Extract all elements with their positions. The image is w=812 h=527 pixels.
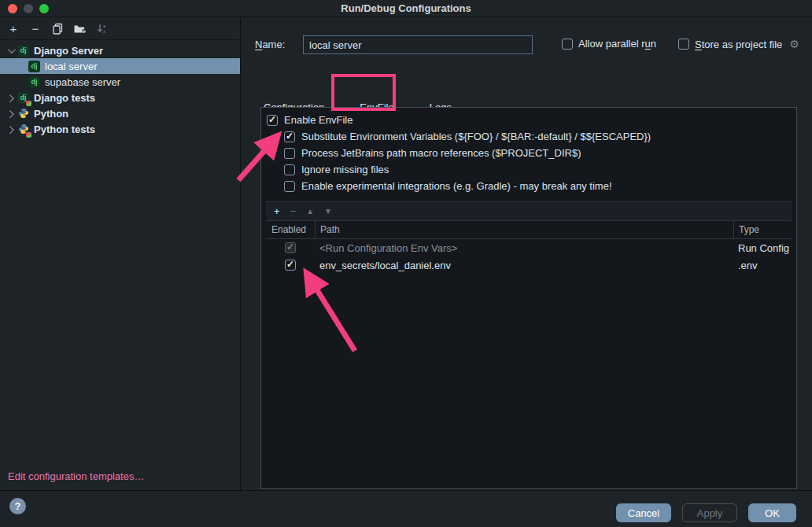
sidebar-toolbar: + − az (0, 18, 240, 40)
env-files-table-toolbar: + − ▲ ▼ (266, 202, 792, 221)
store-as-project-file-label: Store as project file (695, 39, 782, 50)
svg-text:a: a (103, 24, 106, 28)
tree-item-python[interactable]: Python (0, 105, 240, 121)
dialog-footer: ? Cancel Apply OK (0, 490, 812, 527)
env-files-table: + − ▲ ▼ Enabled Path Type <Run Configura… (266, 201, 792, 484)
ignore-missing-files-checkbox[interactable] (284, 164, 295, 175)
gear-icon[interactable]: ⚙ (789, 38, 799, 50)
python-icon (17, 108, 29, 120)
titlebar: Run/Debug Configurations (0, 0, 812, 17)
enable-envfile-option: Enable EnvFile (267, 112, 796, 128)
sort-configurations-icon[interactable]: az (94, 22, 109, 36)
tree-item-label: Python (34, 108, 68, 120)
substitute-env-vars-checkbox[interactable] (284, 131, 295, 142)
chevron-down-icon[interactable] (3, 48, 17, 53)
enable-envfile-checkbox[interactable] (267, 115, 278, 126)
configurations-sidebar: + − az dj Django Server dj local server (0, 18, 241, 490)
process-path-macro-option: Process JetBrains path macro references … (284, 145, 796, 161)
remove-env-file-icon[interactable]: − (290, 205, 297, 217)
run-debug-configurations-dialog: Run/Debug Configurations + − az dj Djang… (0, 0, 812, 527)
django-icon: dj (28, 61, 40, 72)
tree-item-label: supabase server (45, 76, 120, 88)
tree-item-label: Django Server (34, 45, 103, 57)
move-down-icon[interactable]: ▼ (324, 207, 332, 216)
row-enabled-checkbox (285, 242, 296, 253)
row-path: <Run Configuration Env Vars> (315, 239, 733, 256)
tree-item-django-tests[interactable]: dj Django tests (0, 90, 240, 105)
tree-item-label: local server (45, 61, 97, 72)
python-tests-icon (17, 123, 29, 135)
column-header-enabled: Enabled (266, 224, 315, 235)
store-as-project-file-checkbox[interactable] (678, 39, 689, 50)
configurations-tree: dj Django Server dj local server dj supa… (0, 40, 240, 137)
allow-parallel-run-option: Allow parallel run (562, 38, 656, 50)
add-env-file-icon[interactable]: + (274, 205, 280, 217)
process-path-macro-checkbox[interactable] (284, 148, 295, 159)
edit-configuration-templates-link[interactable]: Edit configuration templates… (8, 470, 144, 482)
dialog-title: Run/Debug Configurations (0, 2, 812, 14)
main-panel: Name: Allow parallel run Store as projec… (242, 18, 812, 490)
name-label: Name: (255, 39, 285, 50)
move-up-icon[interactable]: ▲ (306, 207, 314, 216)
tree-item-local-server[interactable]: dj local server (0, 58, 240, 74)
chevron-right-icon[interactable] (3, 95, 17, 101)
tree-item-supabase-server[interactable]: dj supabase server (0, 74, 240, 90)
copy-configuration-icon[interactable] (50, 22, 65, 36)
ignore-missing-files-option: Ignore missing files (284, 161, 796, 178)
row-type: Run Config (733, 239, 792, 256)
remove-configuration-icon[interactable]: − (28, 22, 42, 36)
allow-parallel-run-checkbox[interactable] (562, 39, 573, 50)
column-header-path[interactable]: Path (315, 221, 733, 238)
add-configuration-icon[interactable]: + (6, 22, 20, 36)
name-input[interactable] (303, 35, 533, 54)
tree-item-label: Django tests (34, 92, 95, 104)
experimental-integrations-option: Enable experimental integrations (e.g. G… (284, 178, 796, 194)
svg-text:z: z (103, 29, 105, 34)
substitute-env-vars-option: Substitute Environment Variables (${FOO}… (284, 128, 796, 145)
table-row-env-secrets[interactable]: env_secrets/local_daniel.env .env (266, 256, 792, 274)
tree-item-django-server[interactable]: dj Django Server (0, 42, 240, 58)
cancel-button[interactable]: Cancel (616, 503, 671, 522)
row-type: .env (733, 256, 792, 274)
apply-button[interactable]: Apply (682, 503, 737, 522)
table-row-run-config-env-vars[interactable]: <Run Configuration Env Vars> Run Config (266, 239, 792, 256)
django-icon: dj (28, 76, 40, 88)
ok-button[interactable]: OK (748, 503, 796, 522)
column-header-type[interactable]: Type (733, 221, 792, 238)
table-header: Enabled Path Type (266, 221, 792, 239)
django-tests-icon: dj (17, 92, 29, 104)
row-enabled-checkbox[interactable] (285, 260, 296, 271)
help-button[interactable]: ? (9, 498, 26, 514)
envfile-panel: Enable EnvFile Substitute Environment Va… (260, 107, 797, 489)
chevron-right-icon[interactable] (3, 127, 17, 132)
tree-item-python-tests[interactable]: Python tests (0, 121, 240, 137)
chevron-right-icon[interactable] (3, 111, 17, 116)
django-icon: dj (17, 45, 29, 57)
store-as-project-file-option: Store as project file ⚙ (678, 38, 799, 50)
allow-parallel-run-label: Allow parallel run (578, 38, 656, 50)
experimental-integrations-checkbox[interactable] (284, 181, 295, 192)
new-folder-icon[interactable] (72, 22, 87, 36)
row-path: env_secrets/local_daniel.env (315, 256, 733, 274)
tree-item-label: Python tests (34, 123, 95, 135)
